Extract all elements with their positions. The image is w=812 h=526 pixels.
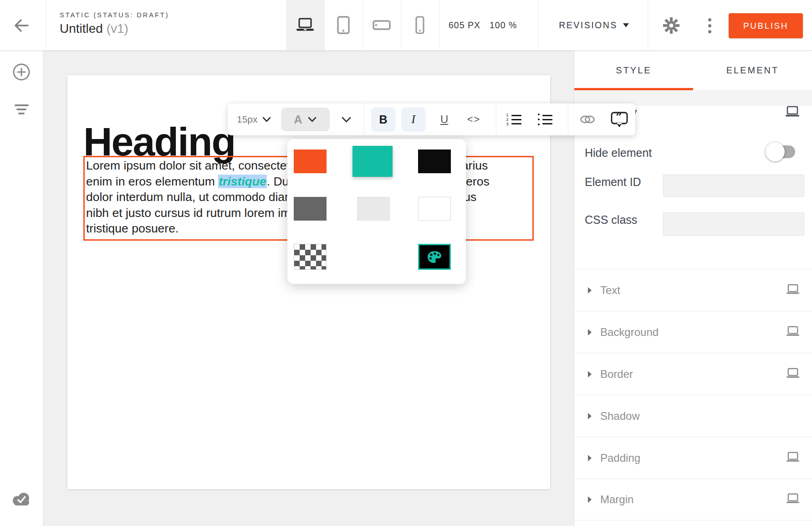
tab-element[interactable]: ELEMENT: [693, 51, 812, 90]
quote-icon: ”: [610, 111, 628, 128]
desktop-scope-icon[interactable]: [785, 105, 800, 120]
chevron-right-icon: [587, 496, 592, 503]
revisions-dropdown[interactable]: REVISIONS: [548, 0, 639, 50]
chevron-right-icon: [587, 454, 592, 462]
paragraph-text: tristique posuere.: [86, 222, 179, 235]
quote-button[interactable]: ”: [608, 111, 630, 128]
svg-text:”: ”: [616, 111, 622, 124]
element-id-label: Element ID: [585, 175, 641, 189]
settings-button[interactable]: [661, 15, 681, 36]
lines-icon: [16, 108, 26, 110]
cloud-check-icon: [11, 492, 32, 507]
ordered-list-icon: 123: [506, 113, 521, 126]
color-swatch-transparent[interactable]: [294, 244, 327, 270]
mobile-icon: [414, 15, 426, 35]
css-class-label: CSS class: [585, 213, 637, 227]
color-swatch-dark-gray[interactable]: [294, 197, 327, 221]
highlight-color-dropdown[interactable]: [340, 117, 353, 123]
device-button-desktop[interactable]: [286, 0, 324, 50]
bullet-list-button[interactable]: [538, 113, 552, 125]
caret-down-icon: [623, 23, 629, 27]
desktop-scope-icon: [786, 284, 800, 295]
tablet-icon: [336, 15, 351, 35]
page-version: (v1): [107, 21, 128, 36]
element-id-input[interactable]: [663, 175, 804, 197]
more-options-button[interactable]: [703, 15, 716, 36]
chevron-down-icon: [342, 117, 351, 123]
lines-icon: [15, 104, 29, 106]
accordion-border[interactable]: Border: [574, 353, 812, 395]
kebab-dot: [708, 24, 711, 27]
chevron-down-icon: [262, 117, 271, 122]
back-button[interactable]: [12, 16, 30, 35]
color-swatch-custom-color[interactable]: [418, 244, 451, 270]
panel-tabs: STYLE ELEMENT: [574, 51, 812, 90]
desktop-scope-icon: [786, 493, 800, 505]
gear-icon: [661, 15, 681, 36]
viewport-info: 605 PX 100 %: [449, 0, 517, 50]
plus-circle-icon: [12, 62, 31, 82]
css-class-input[interactable]: [663, 212, 804, 236]
bold-button[interactable]: B: [371, 107, 396, 132]
add-element-button[interactable]: [11, 62, 32, 83]
left-toolbar: [0, 51, 43, 526]
accordion-margin[interactable]: Margin: [574, 479, 812, 521]
style-accordion-list: Text Background Border Shadow Padding Ma…: [574, 269, 812, 521]
font-size-dropdown[interactable]: 15px: [237, 114, 271, 125]
back-arrow-icon: [12, 16, 30, 35]
autosave-status: [11, 489, 32, 510]
chevron-right-icon: [587, 371, 592, 378]
device-button-tablet[interactable]: [324, 0, 363, 50]
text-color-label: A: [294, 113, 302, 126]
zoom-value: 100 %: [490, 20, 517, 31]
bullet-list-icon: [538, 113, 552, 125]
italic-button[interactable]: I: [401, 107, 426, 132]
color-swatch-black[interactable]: [418, 150, 451, 173]
color-swatch-white[interactable]: [418, 197, 451, 221]
chevron-right-icon: [587, 329, 592, 336]
viewport-width-value: 605 PX: [449, 20, 480, 31]
page-title: Untitled (v1): [60, 21, 128, 36]
hide-element-label: Hide element: [585, 146, 652, 160]
accordion-background[interactable]: Background: [574, 311, 812, 353]
color-swatch-teal[interactable]: [352, 146, 393, 177]
top-bar: STATIC (STATUS: DRAFT) Untitled (v1) 605…: [0, 0, 812, 51]
desktop-scope-icon: [786, 451, 800, 463]
toggle-thumb: [766, 142, 785, 161]
hide-element-toggle[interactable]: [766, 143, 797, 161]
topbar-divider: [538, 0, 539, 50]
ordered-list-button[interactable]: 123: [506, 113, 521, 126]
device-button-mobile[interactable]: [401, 0, 439, 50]
accordion-label: Padding: [600, 452, 786, 464]
color-swatch-light-gray[interactable]: [357, 197, 390, 221]
publish-button[interactable]: PUBLISH: [729, 13, 803, 38]
kebab-dot: [708, 18, 711, 21]
accordion-label: Shadow: [600, 410, 812, 423]
underline-button[interactable]: U: [438, 113, 451, 126]
status-label: STATIC (STATUS: DRAFT): [60, 11, 169, 19]
toolbar-divider: [568, 103, 568, 135]
chevron-right-icon: [587, 413, 592, 420]
link-icon: [579, 115, 596, 124]
color-swatch-orange[interactable]: [294, 150, 327, 173]
accordion-text[interactable]: Text: [574, 269, 812, 311]
accordion-padding[interactable]: Padding: [574, 437, 812, 479]
accordion-label: Border: [600, 368, 786, 381]
link-button[interactable]: [577, 115, 598, 124]
desktop-scope-icon: [786, 367, 800, 379]
accordion-label: Margin: [600, 493, 786, 506]
toolbar-divider: [496, 103, 496, 135]
text-format-toolbar: 15px A B I U <> 123: [228, 103, 635, 135]
accordion-shadow[interactable]: Shadow: [574, 395, 812, 437]
sections-button[interactable]: [11, 99, 32, 120]
tab-style[interactable]: STYLE: [574, 51, 693, 90]
page-title-text: Untitled: [60, 21, 103, 36]
device-button-tablet-landscape[interactable]: [363, 0, 401, 50]
topbar-divider: [648, 0, 648, 50]
paragraph-text: enim in eros elementum: [86, 175, 218, 188]
tablet-landscape-icon: [372, 19, 391, 31]
kebab-dot: [708, 30, 711, 33]
text-color-dropdown[interactable]: A: [281, 108, 330, 131]
font-size-value: 15px: [237, 114, 258, 125]
code-button[interactable]: <>: [464, 113, 484, 125]
